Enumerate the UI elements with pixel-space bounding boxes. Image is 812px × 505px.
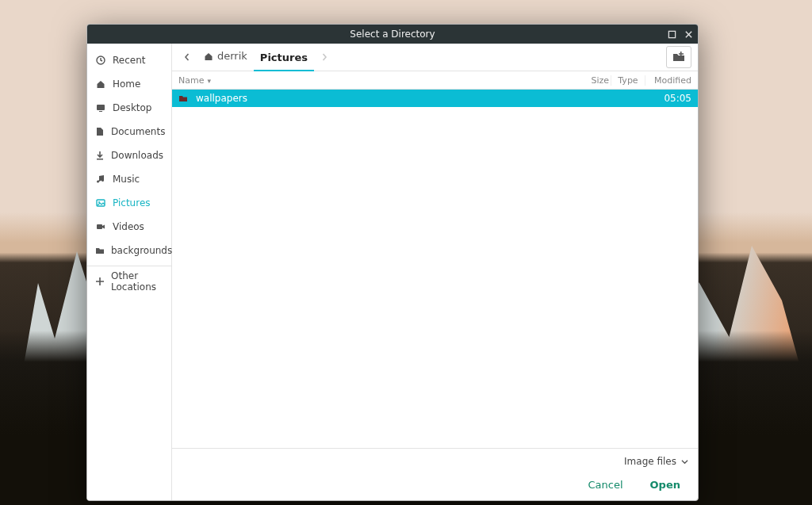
places-sidebar: RecentHomeDesktopDocumentsDownloadsMusic… [87,44,172,500]
image-icon [95,198,106,208]
home-icon [95,79,106,89]
breadcrumb-label: derrik [217,50,247,62]
sidebar-item-videos[interactable]: Videos [87,215,171,239]
file-list[interactable]: wallpapers05:05 [172,90,698,448]
music-icon [95,174,106,184]
svg-rect-3 [99,111,102,112]
sidebar-item-label: Desktop [113,102,152,113]
sidebar-item-label: backgrounds [111,245,172,256]
sidebar-item-label: Recent [113,55,145,66]
video-icon [95,222,106,231]
path-bar: derrikPictures [172,44,698,71]
file-filter-dropdown[interactable]: Image files [624,456,688,467]
dialog-footer: Image files Cancel Open [172,448,698,500]
window-title: Select a Directory [350,29,435,40]
breadcrumb-label: Pictures [260,52,308,63]
sidebar-item-label: Pictures [113,197,151,209]
sidebar-item-downloads[interactable]: Downloads [87,143,171,167]
open-button[interactable]: Open [650,479,680,491]
sidebar-item-label: Documents [111,126,165,137]
forward-button[interactable] [316,48,333,66]
file-chooser-dialog: Select a Directory RecentHomeDesktopDocu… [86,24,699,501]
column-name[interactable]: Name▾ [178,75,577,86]
new-folder-button[interactable] [666,46,691,68]
sidebar-item-pictures[interactable]: Pictures [87,191,171,215]
sidebar-item-desktop[interactable]: Desktop [87,96,171,120]
column-modified[interactable]: Modified [647,75,691,86]
back-button[interactable] [178,48,196,66]
sidebar-item-music[interactable]: Music [87,167,171,191]
clock-icon [95,55,106,65]
cancel-button[interactable]: Cancel [588,479,623,491]
svg-rect-4 [97,159,103,160]
close-icon[interactable] [684,30,693,39]
file-name: wallpapers [196,93,579,104]
titlebar[interactable]: Select a Directory [87,25,698,44]
svg-rect-9 [679,53,684,55]
maximize-icon[interactable] [668,30,676,39]
svg-rect-7 [97,224,102,229]
file-row[interactable]: wallpapers05:05 [172,90,698,107]
sort-indicator-icon: ▾ [204,77,211,85]
plus-icon [95,277,105,286]
desktop-icon [95,103,106,113]
sidebar-item-home[interactable]: Home [87,72,171,96]
sidebar-item-documents[interactable]: Documents [87,120,171,143]
breadcrumb-derrik[interactable]: derrik [197,43,254,69]
column-type[interactable]: Type [611,75,645,86]
sidebar-item-label: Videos [113,221,144,232]
column-size[interactable]: Size [577,75,609,86]
download-icon [95,151,105,160]
file-modified: 05:05 [647,93,691,104]
sidebar-item-label: Home [113,78,140,90]
svg-rect-0 [668,31,675,37]
sidebar-item-backgrounds[interactable]: backgrounds [87,239,171,262]
sidebar-item-other-locations[interactable]: Other Locations [87,270,171,293]
breadcrumb-pictures[interactable]: Pictures [254,45,314,71]
folder-icon [95,246,105,255]
sidebar-item-label: Downloads [111,150,163,161]
svg-rect-2 [97,105,105,110]
column-headers[interactable]: Name▾ Size Type Modified [172,71,698,90]
file-icon [95,127,105,136]
sidebar-item-label: Other Locations [111,270,163,293]
chevron-down-icon [681,458,688,465]
sidebar-item-recent[interactable]: Recent [87,48,171,72]
sidebar-separator [87,266,171,266]
main-pane: derrikPictures Name▾ Size Type Modified … [172,44,698,500]
sidebar-item-label: Music [113,174,140,185]
folder-icon [178,94,190,103]
home-icon [204,52,213,61]
